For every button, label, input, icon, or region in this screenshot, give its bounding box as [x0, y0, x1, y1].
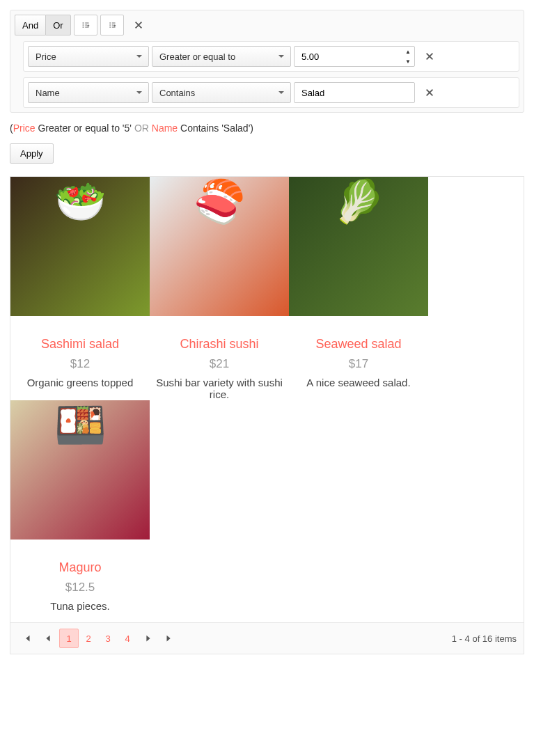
- product-name: Chirashi sushi: [150, 337, 289, 352]
- spin-down-icon[interactable]: ▼: [402, 56, 414, 66]
- product-card[interactable]: 🥬 Seaweed salad $17 A nice seaweed salad…: [289, 177, 428, 400]
- add-group-button[interactable]: [100, 15, 124, 36]
- pager: 1234 1 - 4 of 16 items: [10, 622, 524, 654]
- operator-dropdown[interactable]: Contains: [152, 82, 291, 103]
- product-card[interactable]: 🍱 Maguro $12.5 Tuna pieces.: [10, 400, 150, 612]
- expr-logic: OR: [134, 123, 149, 134]
- expr-text: Contains 'Salad'): [178, 123, 253, 134]
- value-numeric-wrap: ▲ ▼: [294, 46, 415, 67]
- remove-rule-button[interactable]: [418, 46, 441, 67]
- and-button[interactable]: And: [15, 15, 45, 36]
- field-dropdown[interactable]: Price: [28, 46, 149, 67]
- product-name: Maguro: [10, 560, 150, 575]
- product-description: Tuna pieces.: [10, 600, 150, 612]
- listview-container: 🥗 Sashimi salad $12 Organic greens toppe…: [10, 176, 524, 654]
- expr-field: Price: [13, 123, 36, 134]
- filter-rule: Price Greater or equal to ▲ ▼: [23, 41, 519, 72]
- add-expression-icon: [81, 20, 90, 30]
- operator-dropdown-label: Contains: [152, 82, 291, 103]
- product-price: $12.5: [10, 581, 150, 594]
- product-description: A nice seaweed salad.: [289, 377, 428, 388]
- product-price: $21: [150, 357, 289, 371]
- pager-page-2[interactable]: 2: [79, 629, 98, 648]
- product-image: 🍱: [10, 400, 150, 540]
- field-dropdown-label: Name: [28, 82, 149, 103]
- product-image: 🍣: [150, 177, 289, 316]
- spin-up-icon[interactable]: ▲: [402, 47, 414, 56]
- product-name: Seaweed salad: [289, 337, 428, 352]
- rules-container: Price Greater or equal to ▲ ▼ Name Cont: [23, 41, 519, 108]
- logic-group: And Or: [15, 15, 71, 36]
- product-price: $12: [10, 357, 150, 371]
- operator-dropdown-label: Greater or equal to: [152, 46, 291, 67]
- pager-prev-button[interactable]: [38, 629, 58, 648]
- close-filter-button[interactable]: [127, 15, 150, 36]
- next-page-icon: [143, 633, 153, 643]
- expr-text: Greater or equal to '5': [36, 123, 134, 134]
- pager-page-3[interactable]: 3: [98, 629, 118, 648]
- product-name: Sashimi salad: [10, 337, 150, 352]
- close-icon: [134, 20, 143, 30]
- listview[interactable]: 🥗 Sashimi salad $12 Organic greens toppe…: [10, 177, 524, 622]
- field-dropdown-label: Price: [28, 46, 149, 67]
- product-card[interactable]: 🍣 Chirashi sushi $21 Sushi bar variety w…: [150, 177, 289, 400]
- pager-next-button[interactable]: [139, 629, 158, 648]
- filter-rule: Name Contains: [23, 77, 519, 108]
- remove-rule-button[interactable]: [418, 82, 441, 103]
- pager-last-button[interactable]: [159, 629, 179, 648]
- pager-page-1[interactable]: 1: [59, 629, 79, 648]
- first-page-icon: [22, 633, 32, 643]
- operator-dropdown[interactable]: Greater or equal to: [152, 46, 291, 67]
- prev-page-icon: [43, 633, 53, 643]
- expr-field: Name: [152, 123, 178, 134]
- filter-builder: And Or Price Greater or equal to ▲ ▼: [10, 10, 524, 113]
- filter-toolbar: And Or: [15, 15, 519, 36]
- product-image: 🥗: [10, 177, 150, 316]
- add-rule-button[interactable]: [74, 15, 97, 36]
- close-icon: [425, 52, 434, 61]
- product-description: Sushi bar variety with sushi rice.: [150, 377, 289, 400]
- pager-buttons: 1234: [17, 629, 179, 648]
- pager-info: 1 - 4 of 16 items: [452, 633, 517, 644]
- field-dropdown[interactable]: Name: [28, 82, 149, 103]
- close-icon: [425, 88, 434, 97]
- value-numeric-input[interactable]: [294, 46, 415, 67]
- product-description: Organic greens topped: [10, 377, 150, 388]
- product-card[interactable]: 🥗 Sashimi salad $12 Organic greens toppe…: [10, 177, 150, 400]
- apply-button[interactable]: Apply: [10, 143, 54, 164]
- value-text-input[interactable]: [294, 82, 415, 103]
- numeric-spinners: ▲ ▼: [402, 47, 414, 66]
- pager-first-button[interactable]: [17, 629, 37, 648]
- pager-page-4[interactable]: 4: [118, 629, 137, 648]
- expression-preview: (Price Greater or equal to '5' OR Name C…: [10, 123, 524, 134]
- product-image: 🥬: [289, 177, 428, 316]
- add-group-icon: [108, 20, 116, 30]
- or-button[interactable]: Or: [45, 15, 70, 36]
- product-price: $17: [289, 357, 428, 371]
- last-page-icon: [164, 633, 174, 643]
